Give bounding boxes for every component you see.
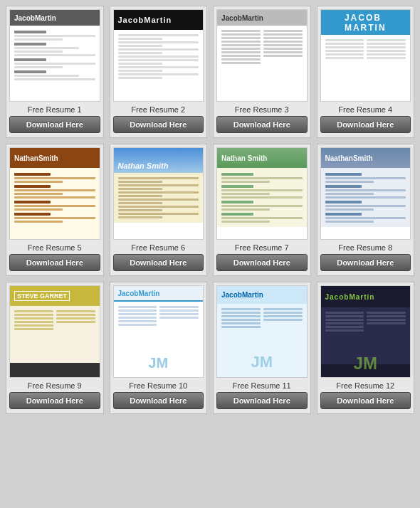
resume-label-8: Free Resume 8 [338, 243, 392, 252]
resume-thumbnail-5: NathanSmith [9, 147, 100, 240]
resume-thumbnail-2: JacobMartin [113, 9, 204, 102]
resume-item-2: JacobMartin Free Resume 2 Download Here [110, 6, 208, 138]
resume-label-2: Free Resume 2 [131, 105, 185, 114]
resume-item-8: NaathanSmith Free Resume 8 Download Here [317, 144, 415, 276]
download-button-1[interactable]: Download Here [9, 116, 100, 133]
resume-thumbnail-1: JacobMartin [9, 9, 100, 102]
resume-item-12: JacobMartin JM Free Resume 12 Download H… [317, 282, 415, 414]
resume-item-10: JacobMartin JM Free Resume 10 Download H… [110, 282, 208, 414]
resume-item-6: Nathan Smith Free Resume 6 Download Here [110, 144, 208, 276]
resume-item-4: JACOBMARTIN Free Resume 4 Downl [317, 6, 415, 138]
resume-thumbnail-10: JacobMartin JM [113, 285, 204, 378]
resume-item-7: Nathan Smith Free Resume 7 Download Here [213, 144, 311, 276]
resume-label-5: Free Resume 5 [28, 243, 82, 252]
download-button-9[interactable]: Download Here [9, 392, 100, 409]
download-button-4[interactable]: Download Here [320, 116, 411, 133]
resume-label-12: Free Resume 12 [336, 381, 394, 390]
download-button-6[interactable]: Download Here [113, 254, 204, 271]
download-button-7[interactable]: Download Here [216, 254, 308, 271]
resume-label-10: Free Resume 10 [129, 381, 187, 390]
resume-thumbnail-4: JACOBMARTIN [320, 9, 411, 102]
download-button-8[interactable]: Download Here [320, 254, 411, 271]
resume-item-11: JacobMartin JM Free Resume 11 Download H… [213, 282, 311, 414]
resume-label-1: Free Resume 1 [28, 105, 82, 114]
resume-label-11: Free Resume 11 [233, 381, 291, 390]
resume-label-3: Free Resume 3 [235, 105, 289, 114]
resume-label-9: Free Resume 9 [28, 381, 82, 390]
resume-label-7: Free Resume 7 [235, 243, 289, 252]
download-button-5[interactable]: Download Here [9, 254, 100, 271]
resume-thumbnail-11: JacobMartin JM [216, 285, 308, 378]
download-button-2[interactable]: Download Here [113, 116, 204, 133]
resume-thumbnail-12: JacobMartin JM [320, 285, 411, 378]
resume-grid: JacobMartin Free Resume 1 Download Here … [0, 0, 420, 420]
resume-thumbnail-6: Nathan Smith [113, 147, 204, 240]
resume-item-9: STEVE GARRET Free Resume 9 Download Here [6, 282, 104, 414]
download-button-10[interactable]: Download Here [113, 392, 204, 409]
resume-item-3: JacobMartin [213, 6, 311, 138]
resume-label-4: Free Resume 4 [338, 105, 392, 114]
download-button-3[interactable]: Download Here [216, 116, 308, 133]
resume-item-5: NathanSmith Free Resume 5 Download Here [6, 144, 104, 276]
resume-thumbnail-7: Nathan Smith [216, 147, 308, 240]
resume-label-6: Free Resume 6 [131, 243, 185, 252]
resume-thumbnail-3: JacobMartin [216, 9, 308, 102]
download-button-11[interactable]: Download Here [216, 392, 308, 409]
download-button-12[interactable]: Download Here [320, 392, 411, 409]
resume-thumbnail-9: STEVE GARRET [9, 285, 100, 378]
resume-item-1: JacobMartin Free Resume 1 Download Here [6, 6, 104, 138]
resume-thumbnail-8: NaathanSmith [320, 147, 411, 240]
